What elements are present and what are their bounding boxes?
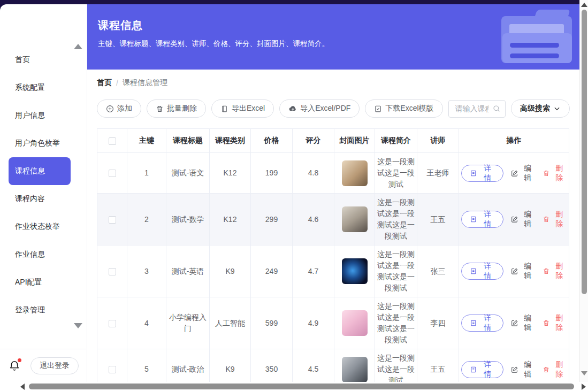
edit-button[interactable]: 编辑 — [511, 164, 535, 183]
row-checkbox[interactable] — [109, 268, 116, 275]
sidebar-item-9[interactable]: 登录管理 — [0, 296, 87, 324]
page: 首页系统配置用户信息用户角色枚举课程信息课程内容作业状态枚举作业信息API配置登… — [0, 0, 588, 391]
price-cell: 199 — [251, 153, 293, 194]
detail-button[interactable]: 详情 — [461, 263, 503, 280]
checkbox-cell — [97, 349, 127, 382]
download-template-label: 下载Excel模版 — [385, 104, 433, 113]
delete-button[interactable]: 删除 — [543, 262, 567, 281]
detail-button[interactable]: 详情 — [461, 361, 503, 378]
column-header: 主键 — [127, 129, 166, 153]
checkbox-cell — [97, 194, 127, 246]
breadcrumb-separator: / — [116, 79, 118, 87]
edit-button[interactable]: 编辑 — [511, 360, 535, 379]
download-template-button[interactable]: 下载Excel模版 — [365, 99, 442, 118]
detail-button[interactable]: 详情 — [461, 315, 503, 332]
edit-pencil-icon — [511, 319, 518, 327]
ops-cell: 详情编辑删除 — [459, 349, 569, 382]
scroll-left-arrow-icon[interactable] — [20, 384, 25, 390]
column-header: 课程标题 — [166, 129, 210, 153]
category-cell: K9 — [210, 349, 251, 382]
category-cell: 人工智能 — [210, 297, 251, 349]
horizontal-scrollbar[interactable] — [16, 382, 579, 391]
cover-cell — [334, 194, 375, 246]
checkbox-cell — [97, 246, 127, 297]
teacher-cell: 张三 — [417, 246, 459, 297]
delete-button[interactable]: 删除 — [543, 210, 567, 229]
row-checkbox[interactable] — [109, 366, 116, 373]
intro-cell: 这是一段测试这是一段测试这是一段测试 — [375, 297, 417, 349]
column-header: 讲师 — [417, 129, 459, 153]
edit-pencil-icon — [511, 170, 518, 177]
cover-image — [342, 357, 368, 382]
rating-cell: 4.9 — [293, 297, 334, 349]
course-table: 主键课程标题课程类别价格评分封面图片课程简介讲师操作 1测试-语文K121994… — [97, 128, 569, 382]
edit-button[interactable]: 编辑 — [511, 210, 535, 229]
sidebar-scroll-up-icon[interactable] — [74, 44, 82, 49]
column-header: 课程类别 — [210, 129, 251, 153]
delete-trash-icon — [543, 366, 550, 373]
delete-button[interactable]: 删除 — [543, 164, 567, 183]
sidebar-item-1[interactable]: 系统配置 — [0, 74, 87, 102]
add-button[interactable]: 添加 — [97, 99, 141, 118]
logout-button[interactable]: 退出登录 — [30, 357, 79, 374]
add-button-label: 添加 — [117, 104, 132, 113]
sidebar-scroll-down-icon[interactable] — [74, 323, 82, 328]
teacher-cell: 王五 — [417, 349, 459, 382]
detail-button[interactable]: 详情 — [461, 165, 503, 182]
sidebar-item-2[interactable]: 用户信息 — [0, 102, 87, 129]
title-cell: 测试-政治 — [166, 349, 210, 382]
ops-cell: 详情编辑删除 — [459, 153, 569, 194]
sidebar-item-7[interactable]: 作业信息 — [0, 241, 87, 269]
sidebar-item-4[interactable]: 课程信息 — [9, 157, 71, 185]
breadcrumb-home-link[interactable]: 首页 — [97, 78, 112, 88]
breadcrumb-current: 课程信息管理 — [123, 78, 167, 88]
horizontal-scrollbar-thumb[interactable] — [29, 384, 574, 389]
detail-doc-icon — [470, 267, 477, 275]
delete-button[interactable]: 删除 — [543, 360, 567, 379]
intro-cell: 这是一段测试这是一段测试 — [375, 153, 417, 194]
batch-delete-button[interactable]: 批量删除 — [147, 99, 206, 118]
edit-pencil-icon — [511, 366, 518, 373]
title-cell: 小学编程入门 — [166, 297, 210, 349]
detail-doc-icon — [470, 216, 477, 223]
table-row: 1测试-语文K121994.8这是一段测试这是一段测试王老师详情编辑删除 — [97, 153, 569, 194]
edit-button[interactable]: 编辑 — [511, 313, 535, 333]
vertical-scrollbar[interactable] — [579, 0, 588, 382]
sidebar-item-0[interactable]: 首页 — [0, 46, 87, 74]
detail-button[interactable]: 详情 — [461, 211, 503, 228]
file-check-icon — [374, 105, 382, 113]
vertical-scrollbar-thumb[interactable] — [582, 10, 587, 294]
search-box — [448, 100, 506, 118]
scroll-right-arrow-icon[interactable] — [582, 384, 586, 390]
delete-button[interactable]: 删除 — [543, 313, 567, 333]
advanced-search-label: 高级搜索 — [520, 104, 550, 113]
search-icon[interactable] — [492, 104, 501, 114]
rating-cell: 4.6 — [293, 194, 334, 246]
sidebar-item-5[interactable]: 课程内容 — [0, 185, 87, 213]
sidebar-item-3[interactable]: 用户角色枚举 — [0, 129, 87, 157]
scrollbar-corner — [579, 382, 588, 391]
delete-trash-icon — [543, 170, 550, 177]
advanced-search-button[interactable]: 高级搜索 — [511, 99, 570, 118]
select-all-checkbox[interactable] — [109, 137, 116, 145]
cover-cell — [334, 297, 375, 349]
notification-bell-icon[interactable] — [7, 359, 21, 373]
export-excel-button[interactable]: 导出Excel — [211, 99, 274, 118]
sidebar-item-8[interactable]: API配置 — [0, 269, 87, 296]
detail-doc-icon — [470, 170, 477, 177]
row-checkbox[interactable] — [109, 170, 116, 177]
edit-button[interactable]: 编辑 — [511, 262, 535, 281]
scroll-down-arrow-icon[interactable] — [581, 371, 587, 375]
row-checkbox[interactable] — [109, 216, 116, 224]
column-header: 价格 — [251, 129, 293, 153]
import-excel-button[interactable]: 导入Excel/PDF — [279, 99, 360, 118]
delete-trash-icon — [543, 267, 550, 275]
cover-image — [342, 310, 368, 336]
export-document-icon — [220, 105, 228, 113]
sidebar-item-6[interactable]: 作业状态枚举 — [0, 213, 87, 241]
price-cell: 350 — [251, 349, 293, 382]
scroll-up-arrow-icon[interactable] — [581, 3, 587, 7]
row-checkbox[interactable] — [109, 320, 116, 327]
table-row: 5测试-政治K93504.5这是一段测试这是一段测试王五详情编辑删除 — [97, 349, 569, 382]
cloud-upload-icon — [288, 104, 297, 113]
